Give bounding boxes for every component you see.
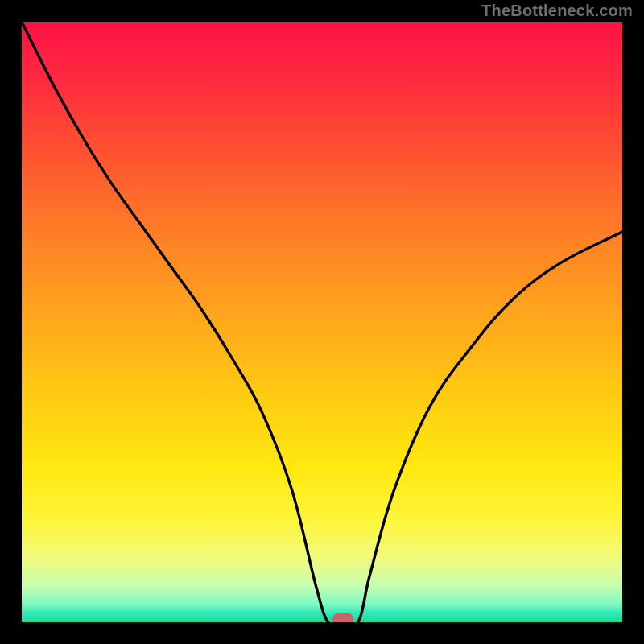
chart-frame: TheBottleneck.com bbox=[0, 0, 644, 644]
optimum-marker bbox=[332, 613, 353, 622]
watermark-text: TheBottleneck.com bbox=[481, 2, 633, 20]
bottleneck-curve bbox=[22, 22, 622, 622]
plot-area bbox=[22, 22, 622, 622]
